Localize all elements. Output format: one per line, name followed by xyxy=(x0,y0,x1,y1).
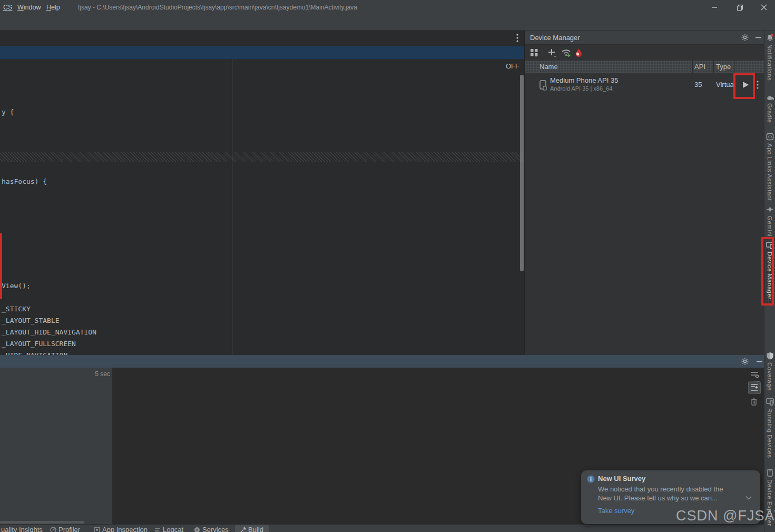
device-manager-panel: Device Manager Name API xyxy=(525,31,764,355)
device-explorer-icon xyxy=(766,469,774,477)
column-name[interactable]: Name xyxy=(539,63,558,71)
bottom-tab-bar: uality Insights Profiler App Inspection … xyxy=(0,524,764,532)
add-device-icon[interactable] xyxy=(548,48,557,57)
device-manager-toolbar xyxy=(525,45,764,61)
code-line: _LAYOUT_HIDE_NAVIGATION xyxy=(2,328,96,336)
watermark: CSDN @FJSAY xyxy=(676,508,775,524)
code-line: y { xyxy=(2,108,14,116)
toolbar-separator xyxy=(543,48,543,57)
column-separator xyxy=(692,61,693,73)
column-api[interactable]: API xyxy=(694,63,705,71)
notification-body-line2: New UI. Please tell us why so we can... xyxy=(598,494,718,502)
panel-minimize-icon[interactable] xyxy=(757,361,762,362)
build-tree-pane[interactable]: 5 sec xyxy=(0,368,113,524)
menu-window[interactable]: Window xyxy=(17,4,41,11)
scroll-to-end-icon[interactable] xyxy=(750,383,763,391)
code-line: _HIDE_NAVIGATION xyxy=(2,351,67,355)
editor-scrollbar[interactable] xyxy=(520,75,524,271)
tab-profiler[interactable]: Profiler xyxy=(50,526,80,532)
editor-options-dots-icon[interactable] xyxy=(516,34,518,42)
soft-wrap-icon[interactable] xyxy=(750,371,763,378)
group-devices-icon[interactable] xyxy=(530,48,539,57)
column-type[interactable]: Type xyxy=(716,63,731,71)
info-icon xyxy=(587,475,595,483)
column-separator xyxy=(713,61,714,73)
device-manager-title: Device Manager xyxy=(530,34,580,42)
editor-collapsed-region xyxy=(0,152,525,162)
profiler-icon xyxy=(50,527,56,532)
code-editor[interactable]: OFF y { hasFocus) { View(); _STICKY _LAY… xyxy=(0,31,525,355)
title-bar: CS Window Help fjsay - C:\Users\fjsay\An… xyxy=(0,0,775,15)
code-line: View(); xyxy=(2,282,31,290)
gradle-elephant-icon xyxy=(766,93,774,101)
tab-app-quality-insights[interactable]: uality Insights xyxy=(1,526,43,532)
notifications-bell-icon xyxy=(766,34,774,42)
tab-services[interactable]: Services xyxy=(194,526,229,532)
clear-console-trash-icon[interactable] xyxy=(750,398,763,406)
code-line: _LAYOUT_STABLE xyxy=(2,317,60,324)
device-subtitle: Android API 35 | x86_64 xyxy=(550,85,612,92)
device-type: Virtual xyxy=(716,81,733,88)
main-toolbar: Add Configuration... xyxy=(0,15,775,31)
editor-margin-guide xyxy=(232,59,232,355)
editor-off-indicator: OFF xyxy=(506,62,519,70)
device-table-header: Name API Type xyxy=(525,61,764,73)
notification-title: New UI Survey xyxy=(598,475,645,482)
build-tab-hammer-icon xyxy=(240,527,246,532)
app-inspection-icon xyxy=(94,527,100,532)
build-duration: 5 sec xyxy=(95,370,110,378)
annotation-left-edge-highlight xyxy=(0,233,2,299)
logcat-icon xyxy=(154,527,161,532)
notification-body-line1: We noticed that you recently disabled th… xyxy=(598,485,723,493)
column-separator xyxy=(734,61,734,73)
gemini-sparkle-icon xyxy=(766,205,774,213)
virtual-phone-icon xyxy=(539,80,547,91)
menu-help[interactable]: Help xyxy=(46,4,60,11)
window-title: fjsay - C:\Users\fjsay\AndroidStudioProj… xyxy=(78,4,357,11)
build-panel-header xyxy=(0,355,764,368)
device-api: 35 xyxy=(694,81,702,88)
coverage-shield-icon xyxy=(766,352,774,360)
expand-chevron-icon[interactable] xyxy=(745,496,752,500)
minimize-window-icon[interactable] xyxy=(702,0,727,15)
panel-minimize-icon[interactable] xyxy=(756,37,761,38)
code-line: _LAYOUT_FULLSCREEN xyxy=(2,340,76,348)
firebase-flame-icon[interactable] xyxy=(574,48,583,57)
panel-settings-gear-icon[interactable] xyxy=(741,358,749,365)
annotation-play-button-highlight xyxy=(733,73,755,99)
device-row[interactable]: Medium Phone API 35 Android API 35 | x86… xyxy=(525,73,764,98)
horizontal-scrollbar[interactable] xyxy=(0,521,84,524)
app-links-icon xyxy=(766,133,774,141)
console-icon-bar xyxy=(750,371,763,406)
tab-build[interactable]: Build xyxy=(240,526,263,532)
code-line: hasFocus) { xyxy=(2,178,47,185)
pair-wifi-icon[interactable] xyxy=(561,48,571,57)
editor-selected-line-highlight xyxy=(0,46,525,59)
device-name: Medium Phone API 35 xyxy=(550,76,618,84)
tab-app-inspection[interactable]: App Inspection xyxy=(94,526,148,532)
tab-logcat[interactable]: Logcat xyxy=(154,526,183,532)
running-devices-icon xyxy=(766,398,774,406)
android-studio-window: CS Window Help fjsay - C:\Users\fjsay\An… xyxy=(0,0,775,532)
services-icon xyxy=(194,527,200,532)
code-line: _STICKY xyxy=(2,305,31,313)
take-survey-link[interactable]: Take survey xyxy=(598,507,634,515)
restore-window-icon[interactable] xyxy=(728,0,752,15)
menu-vcs[interactable]: CS xyxy=(3,4,12,11)
close-window-icon[interactable] xyxy=(752,0,775,15)
annotation-device-manager-highlight xyxy=(761,237,774,306)
device-more-dots-icon[interactable] xyxy=(757,80,759,90)
device-manager-header: Device Manager xyxy=(525,31,764,45)
panel-settings-gear-icon[interactable] xyxy=(741,34,749,41)
